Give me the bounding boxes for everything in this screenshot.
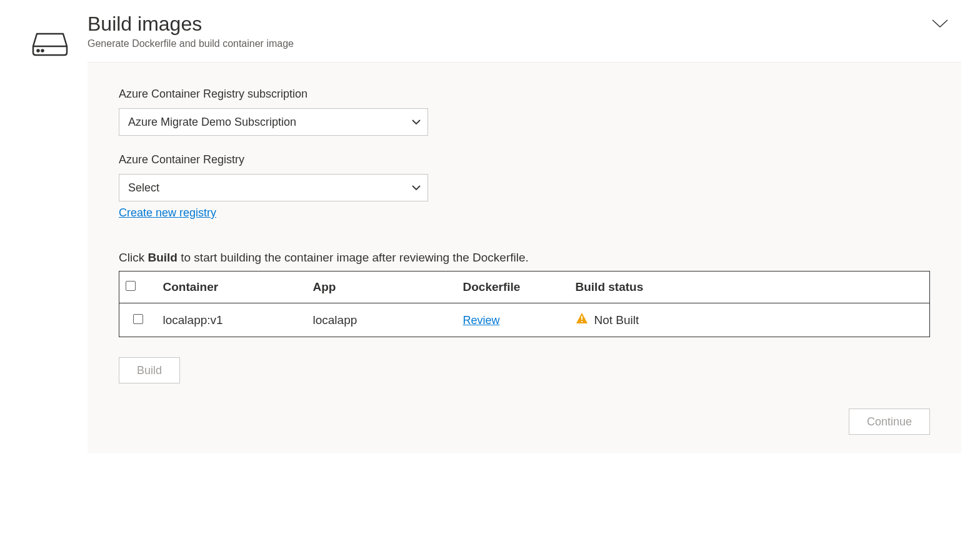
review-dockerfile-link[interactable]: Review <box>463 314 500 327</box>
select-all-checkbox[interactable] <box>126 281 136 291</box>
page-subtitle: Generate Dockerfile and build container … <box>88 38 294 49</box>
col-header-container: Container <box>157 272 307 303</box>
svg-rect-3 <box>581 316 582 320</box>
create-registry-link[interactable]: Create new registry <box>119 206 216 220</box>
warning-icon <box>576 312 588 328</box>
subscription-label: Azure Container Registry subscription <box>119 88 930 101</box>
content-panel: Azure Container Registry subscription Az… <box>88 63 961 454</box>
col-header-status: Build status <box>569 272 930 303</box>
subscription-select[interactable]: Azure Migrate Demo Subscription <box>119 108 428 136</box>
build-button[interactable]: Build <box>119 357 180 383</box>
subscription-value: Azure Migrate Demo Subscription <box>128 116 296 129</box>
collapse-toggle[interactable] <box>931 13 961 31</box>
svg-point-1 <box>38 50 39 52</box>
row-checkbox[interactable] <box>133 314 143 324</box>
col-header-dockerfile: Dockerfile <box>457 272 569 303</box>
build-instruction: Click Build to start building the contai… <box>119 251 930 265</box>
registry-value: Select <box>128 181 159 195</box>
images-table: Container App Dockerfile Build status lo… <box>119 271 930 337</box>
chevron-down-icon <box>931 20 949 31</box>
cell-container: localapp:v1 <box>157 303 307 337</box>
svg-point-2 <box>42 50 44 52</box>
table-row: localapp:v1 localapp Review <box>119 303 930 337</box>
page-header: Build images Generate Dockerfile and bui… <box>88 13 961 63</box>
cell-app: localapp <box>307 303 457 337</box>
svg-rect-4 <box>581 321 582 322</box>
registry-label: Azure Container Registry <box>119 153 930 166</box>
disk-icon <box>32 31 68 59</box>
registry-select[interactable]: Select <box>119 174 428 201</box>
page-title: Build images <box>88 13 294 36</box>
col-header-app: App <box>307 272 457 303</box>
continue-button[interactable]: Continue <box>849 409 930 435</box>
cell-status: Not Built <box>594 313 639 327</box>
